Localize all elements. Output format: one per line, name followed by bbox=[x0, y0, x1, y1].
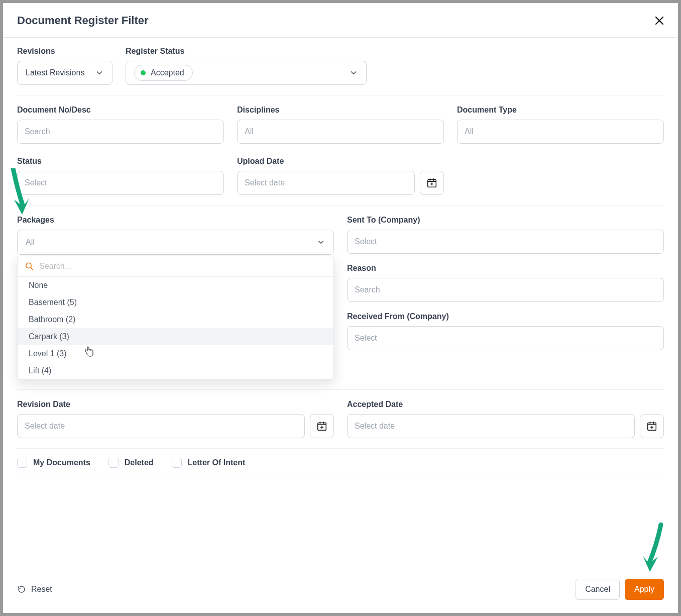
calendar-plus-icon bbox=[316, 421, 327, 432]
reset-button[interactable]: Reset bbox=[17, 585, 52, 594]
doc-no-input[interactable] bbox=[17, 120, 224, 144]
field-revisions: Revisions Latest Revisions bbox=[17, 47, 112, 85]
packages-select[interactable]: All bbox=[17, 230, 334, 255]
apply-button[interactable]: Apply bbox=[625, 579, 664, 600]
doc-type-label: Document Type bbox=[457, 106, 664, 115]
sent-to-input[interactable] bbox=[347, 230, 664, 254]
search-icon bbox=[25, 261, 34, 271]
right-col: Sent To (Company) Reason Received From (… bbox=[347, 216, 664, 379]
deleted-label: Deleted bbox=[125, 458, 154, 467]
letter-of-intent-label: Letter Of Intent bbox=[188, 458, 246, 467]
received-from-input[interactable] bbox=[347, 326, 664, 350]
modal-body: Revisions Latest Revisions Register Stat… bbox=[3, 38, 678, 570]
footer-right: Cancel Apply bbox=[576, 579, 664, 600]
status-input[interactable] bbox=[17, 171, 224, 195]
packages-dropdown-search-input[interactable] bbox=[39, 262, 326, 271]
calendar-plus-icon bbox=[426, 177, 437, 188]
packages-dropdown-search bbox=[18, 256, 333, 277]
deleted-checkbox[interactable]: Deleted bbox=[108, 458, 154, 468]
field-received-from: Received From (Company) bbox=[347, 312, 664, 350]
field-upload-date: Upload Date bbox=[237, 157, 444, 195]
row-dates: Revision Date Accepted Date bbox=[17, 400, 664, 448]
packages-dropdown-item[interactable]: None bbox=[18, 277, 333, 294]
packages-dropdown-item[interactable]: Basement (5) bbox=[18, 294, 333, 311]
checkbox-box-icon bbox=[17, 458, 27, 468]
chevron-down-icon bbox=[95, 68, 104, 77]
field-disciplines: Disciplines bbox=[237, 106, 444, 144]
left-col: Packages All NoneBasement (5)Bathroom (2… bbox=[17, 216, 334, 379]
field-doc-type: Document Type bbox=[457, 106, 664, 144]
revisions-value: Latest Revisions bbox=[26, 68, 84, 77]
field-register-status: Register Status Accepted bbox=[126, 47, 367, 85]
my-documents-label: My Documents bbox=[33, 458, 90, 467]
reason-label: Reason bbox=[347, 264, 664, 273]
field-sent-to: Sent To (Company) bbox=[347, 216, 664, 254]
register-status-select[interactable]: Accepted bbox=[126, 61, 367, 85]
reset-label: Reset bbox=[31, 585, 52, 594]
close-icon[interactable] bbox=[655, 16, 664, 25]
filter-modal: Document Register Filter Revisions Lates… bbox=[3, 3, 678, 613]
packages-dropdown-item[interactable]: Lift (4) bbox=[18, 362, 333, 379]
field-accepted-date: Accepted Date bbox=[347, 400, 664, 438]
upload-date-label: Upload Date bbox=[237, 157, 444, 166]
my-documents-checkbox[interactable]: My Documents bbox=[17, 458, 90, 468]
modal-title: Document Register Filter bbox=[17, 14, 149, 27]
disciplines-label: Disciplines bbox=[237, 106, 444, 115]
accepted-date-input[interactable] bbox=[347, 414, 635, 438]
upload-date-row bbox=[237, 171, 444, 195]
modal-header: Document Register Filter bbox=[3, 3, 678, 38]
accepted-date-picker-button[interactable] bbox=[640, 414, 664, 438]
letter-of-intent-checkbox[interactable]: Letter Of Intent bbox=[172, 458, 246, 468]
upload-date-input[interactable] bbox=[237, 171, 415, 195]
chevron-down-icon bbox=[316, 238, 325, 247]
doc-type-input[interactable] bbox=[457, 120, 664, 144]
row-top: Revisions Latest Revisions Register Stat… bbox=[17, 47, 664, 95]
packages-dropdown-item[interactable]: Level 1 (3) bbox=[18, 345, 333, 362]
accepted-date-label: Accepted Date bbox=[347, 400, 664, 409]
field-status: Status bbox=[17, 157, 224, 195]
revision-date-picker-button[interactable] bbox=[310, 414, 334, 438]
field-packages: Packages All bbox=[17, 216, 334, 255]
status-label: Status bbox=[17, 157, 224, 166]
packages-value: All bbox=[26, 238, 35, 247]
status-dot-icon bbox=[141, 70, 146, 75]
row-mid: Document No/Desc Disciplines Document Ty… bbox=[17, 106, 664, 206]
revision-date-label: Revision Date bbox=[17, 400, 334, 409]
row-packages-area: Packages All NoneBasement (5)Bathroom (2… bbox=[17, 216, 664, 390]
checkbox-box-icon bbox=[172, 458, 182, 468]
reason-input[interactable] bbox=[347, 278, 664, 302]
cancel-button[interactable]: Cancel bbox=[576, 579, 620, 600]
field-doc-no: Document No/Desc bbox=[17, 106, 224, 144]
disciplines-input[interactable] bbox=[237, 120, 444, 144]
packages-label: Packages bbox=[17, 216, 334, 225]
packages-dropdown-list: NoneBasement (5)Bathroom (2)Carpark (3)L… bbox=[18, 277, 333, 379]
received-from-label: Received From (Company) bbox=[347, 312, 664, 321]
status-chip: Accepted bbox=[134, 65, 193, 81]
upload-date-picker-button[interactable] bbox=[420, 171, 444, 195]
reset-icon bbox=[17, 585, 26, 594]
status-chip-label: Accepted bbox=[151, 68, 184, 77]
field-revision-date: Revision Date bbox=[17, 400, 334, 438]
sent-to-label: Sent To (Company) bbox=[347, 216, 664, 225]
field-reason: Reason bbox=[347, 264, 664, 302]
packages-dropdown-item[interactable]: Bathroom (2) bbox=[18, 311, 333, 328]
modal-footer: Reset Cancel Apply bbox=[3, 570, 678, 613]
checkbox-box-icon bbox=[108, 458, 119, 468]
revisions-select[interactable]: Latest Revisions bbox=[17, 61, 112, 85]
chevron-down-icon bbox=[349, 68, 358, 77]
revision-date-input[interactable] bbox=[17, 414, 305, 438]
doc-no-label: Document No/Desc bbox=[17, 106, 224, 115]
checkbox-row: My Documents Deleted Letter Of Intent bbox=[17, 448, 664, 477]
revisions-label: Revisions bbox=[17, 47, 112, 56]
register-status-label: Register Status bbox=[126, 47, 367, 56]
packages-dropdown: NoneBasement (5)Bathroom (2)Carpark (3)L… bbox=[17, 256, 334, 380]
calendar-plus-icon bbox=[646, 421, 657, 432]
packages-dropdown-item[interactable]: Carpark (3) bbox=[18, 328, 333, 345]
